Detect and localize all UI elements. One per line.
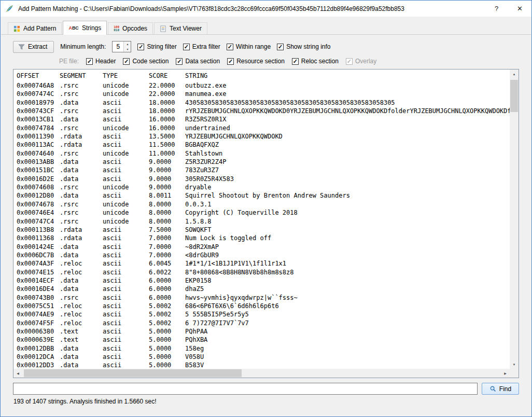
- cell-score: 6.0000: [149, 285, 185, 293]
- cell-string: 783ZuR3Z7: [185, 166, 510, 174]
- checkbox-resource-section[interactable]: ✓ Resource section: [227, 58, 285, 65]
- cell-offset: 0x0007474C: [17, 90, 60, 98]
- table-row[interactable]: 0x00013ABB .data ascii 9.0000 Z5R3ZUR2Z4…: [13, 158, 510, 166]
- checkbox-show-string-info[interactable]: ✓ Show string info: [277, 43, 330, 50]
- checkbox-within-range[interactable]: ✓ Within range: [227, 43, 271, 50]
- help-button[interactable]: ?: [485, 1, 508, 17]
- checkbox-extra-filter[interactable]: ✓ Extra filter: [183, 43, 220, 50]
- scroll-right-arrow-icon[interactable]: ▶: [501, 369, 510, 378]
- table-row[interactable]: 0x000747C4 .rsrc unicode 8.0000 1.5.8.8: [13, 217, 510, 226]
- cell-score: 8.0000: [149, 217, 185, 226]
- spinner-up-button[interactable]: ▲: [124, 41, 131, 47]
- scroll-left-arrow-icon[interactable]: ◀: [13, 369, 22, 378]
- table-row[interactable]: 0x00014ECF .data ascii 6.0000 EKP0158: [13, 276, 510, 285]
- min-length-spinner[interactable]: 5 ▲ ▼: [112, 41, 131, 52]
- scroll-up-arrow-icon[interactable]: ▲: [510, 70, 519, 78]
- table-row[interactable]: 0x00074AE9 .reloc ascii 5.0002 5 555B5I5…: [13, 310, 510, 318]
- cell-string: undertrained: [185, 124, 510, 132]
- cell-segment: .data: [60, 285, 103, 293]
- table-row[interactable]: 0x00074608 .rsrc unicode 9.0000 dryable: [13, 183, 510, 191]
- table-row[interactable]: 0x00016D2E .data ascii 9.0000 305R0Z5R4X…: [13, 175, 510, 183]
- cell-score: 6.0000: [149, 276, 185, 285]
- table-row[interactable]: 0x000743B0 .rsrc ascii 6.0000 hwvs~yvmhi…: [13, 294, 510, 302]
- table-row[interactable]: 0x00074A3F .reloc ascii 6.0045 1#1*1/1<1…: [13, 259, 510, 268]
- scroll-down-arrow-icon[interactable]: ▼: [510, 360, 519, 369]
- cell-score: 13.5000: [149, 132, 185, 141]
- table-row[interactable]: 0x000113AC .rdata ascii 11.5000 BGBAQFXQ…: [13, 141, 510, 149]
- table-row[interactable]: 0x0001424E .data ascii 7.0000 ~8dR2XmAP: [13, 243, 510, 251]
- horizontal-scrollbar-thumb[interactable]: [24, 369, 242, 377]
- cell-string: Squirrel Shootout by Brenton Andrew Saun…: [185, 191, 510, 200]
- checkbox-data-section[interactable]: ✓ Data section: [176, 58, 220, 65]
- cell-score: 6.0000: [149, 294, 185, 302]
- scrollbar-corner: [510, 369, 519, 378]
- table-row[interactable]: 0x000113B8 .rdata ascii 7.5000 SOWQKFT: [13, 226, 510, 234]
- checkbox-header[interactable]: ✓ Header: [86, 58, 116, 65]
- table-row[interactable]: 0x00011390 .rdata ascii 13.5000 YRJZEBUM…: [13, 132, 510, 141]
- search-input[interactable]: [13, 383, 478, 395]
- column-header-segment[interactable]: SEGMENT: [60, 72, 103, 79]
- vertical-scrollbar-thumb[interactable]: [510, 80, 518, 112]
- tab-text-viewer[interactable]: Text Viewer: [154, 22, 207, 34]
- tab-opcodes[interactable]: 100 010 Opcodes: [108, 22, 153, 34]
- cell-segment: .data: [60, 353, 103, 361]
- cell-segment: .rsrc: [60, 294, 103, 302]
- extract-button[interactable]: Extract: [13, 41, 54, 53]
- column-header-offset[interactable]: OFFSET: [17, 72, 60, 79]
- spinner-down-button[interactable]: ▼: [124, 47, 131, 52]
- table-row[interactable]: 0x00074678 .rsrc unicode 8.0000 0.0.3.1: [13, 200, 510, 208]
- table-row[interactable]: 0x000746E4 .rsrc unicode 8.0000 Copyrigh…: [13, 208, 510, 217]
- table-row[interactable]: 0x00074784 .rsrc unicode 16.0000 undertr…: [13, 124, 510, 132]
- cell-offset: 0x000747C4: [17, 217, 60, 226]
- table-row[interactable]: 0x00016DE4 .data ascii 6.0000 dhaZ5: [13, 285, 510, 293]
- checkbox-string-filter[interactable]: ✓ String filter: [137, 43, 176, 50]
- find-button[interactable]: Find: [482, 383, 519, 395]
- column-header-score[interactable]: SCORE: [149, 72, 185, 79]
- table-row[interactable]: 0x00074640 .rsrc unicode 11.0000 Stahlst…: [13, 149, 510, 158]
- cell-string: ~8dR2XmAP: [185, 243, 510, 251]
- table-row[interactable]: 0x00012D80 .data ascii 8.0011 Squirrel S…: [13, 191, 510, 200]
- cell-score: 6.0045: [149, 259, 185, 268]
- tab-strings[interactable]: ABC Strings: [63, 21, 107, 35]
- table-row[interactable]: 0x0006DC7B .data ascii 7.0000 <8drGbUR9: [13, 251, 510, 259]
- table-row[interactable]: 0x00018979 .data ascii 18.0000 430583058…: [13, 99, 510, 107]
- table-row[interactable]: 0x000743CF .rsrc ascii 18.0000 rYRJZEBUM…: [13, 107, 510, 115]
- checkbox-code-section[interactable]: ✓ Code section: [123, 58, 169, 65]
- cell-score: 5.0000: [149, 327, 185, 336]
- column-header-string[interactable]: STRING: [185, 72, 510, 79]
- table-row[interactable]: 0x0007474C .rsrc unicode 22.0000 manumea…: [13, 90, 510, 98]
- table-row[interactable]: 0x00006380 .text ascii 5.0000 PQhPAA: [13, 327, 510, 336]
- cell-string: 1#1*1/1<1B1J1P1V1\1f1l1r1x1: [185, 259, 510, 268]
- cell-offset: 0x00016DE4: [17, 285, 60, 293]
- cell-offset: 0x00012DD3: [17, 361, 60, 369]
- table-row[interactable]: 0x00013CB1 .data ascii 16.0000 R3Z5RSZ0R…: [13, 115, 510, 123]
- table-row[interactable]: 0x000151BC .data ascii 9.0000 783ZuR3Z7: [13, 166, 510, 174]
- cell-segment: .text: [60, 336, 103, 344]
- table-row[interactable]: 0x00075C51 .reloc ascii 5.0002 686<6P6T6…: [13, 302, 510, 310]
- column-header-type[interactable]: TYPE: [103, 72, 149, 79]
- cell-offset: 0x000151BC: [17, 166, 60, 174]
- tab-add-pattern[interactable]: Add Pattern: [8, 22, 62, 34]
- cell-string: outbuzz.exe: [185, 81, 510, 90]
- table-row[interactable]: 0x00012DD3 .data ascii 5.0000 B583V: [13, 361, 510, 369]
- table-row[interactable]: 0x00074E15 .reloc ascii 6.0022 8"8+80868…: [13, 268, 510, 276]
- table-row[interactable]: 0x00012DCA .data ascii 5.0000 V058U: [13, 353, 510, 361]
- close-button[interactable]: ✕: [508, 1, 531, 17]
- cell-segment: .data: [60, 344, 103, 353]
- horizontal-scrollbar[interactable]: ◀ ▶: [13, 369, 510, 378]
- cell-string: 1.5.8.8: [185, 217, 510, 226]
- cell-string: V058U: [185, 353, 510, 361]
- cell-type: ascii: [103, 99, 149, 107]
- checkbox-reloc-section[interactable]: ✓ Reloc section: [292, 58, 339, 65]
- table-row[interactable]: 0x00012DBB .data ascii 5.0000 158eg: [13, 344, 510, 353]
- table-row[interactable]: 0x00011368 .rdata ascii 7.0000 Num Lock …: [13, 234, 510, 242]
- cell-string: YRJZEBUMJGCHNLQXOPKKQWDOKD: [185, 132, 510, 141]
- cell-string: 305R0Z5R4X583: [185, 175, 510, 183]
- table-row[interactable]: 0x00074F5F .reloc ascii 5.0002 6 7)727@7…: [13, 319, 510, 327]
- cell-segment: .text: [60, 327, 103, 336]
- vertical-scrollbar[interactable]: ▲ ▼: [510, 70, 519, 369]
- table-row[interactable]: 0x0000639E .text ascii 5.0000 PQhXBA: [13, 336, 510, 344]
- checkbox-overlay: ✓ Overlay: [346, 58, 376, 65]
- table-row[interactable]: 0x000746A8 .rsrc unicode 22.0000 outbuzz…: [13, 81, 510, 90]
- cell-score: 5.0002: [149, 302, 185, 310]
